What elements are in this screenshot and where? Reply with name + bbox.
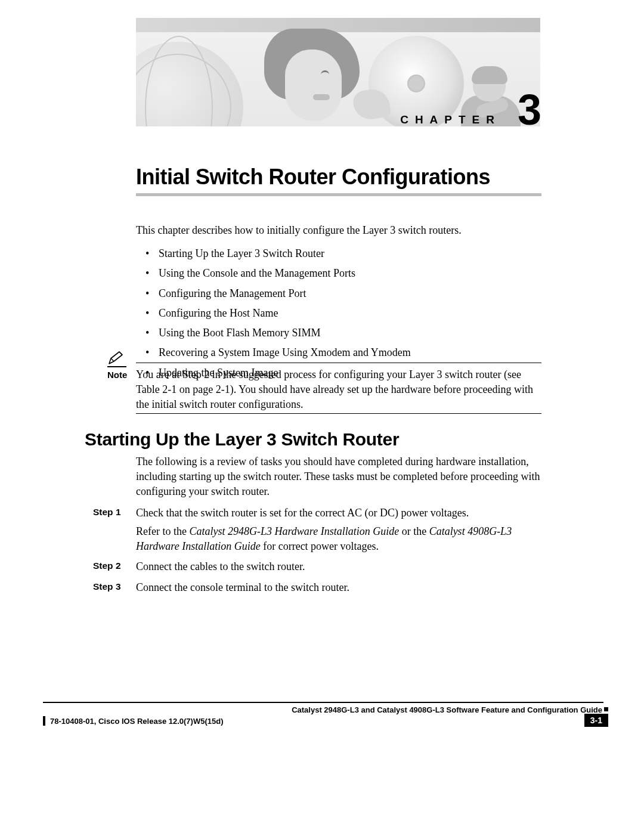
footer-rule [43, 702, 603, 703]
step-label: Step 3 [93, 580, 136, 595]
chapter-number: 3 [518, 88, 541, 131]
note-rule-top [136, 363, 541, 363]
list-item: Configuring the Host Name [145, 306, 541, 320]
footer-page-number: 3-1 [584, 714, 608, 727]
globe-graphic [136, 42, 243, 126]
list-item: Using the Console and the Management Por… [145, 266, 541, 280]
footer-left-mark [43, 716, 45, 726]
note-text: You are at Step 2 in the suggested proce… [136, 367, 539, 411]
footer-guide-title: Catalyst 2948G-L3 and Catalyst 4908G-L3 … [292, 705, 602, 714]
step-sub-pre: Refer to the [136, 525, 189, 537]
step-body: Connect the cables to the switch router. [136, 559, 541, 574]
pencil-icon [107, 351, 125, 366]
page: CHAPTER 3 Initial Switch Router Configur… [0, 0, 644, 833]
note-label: Note [107, 370, 127, 380]
step-row: Step 3 Connect the console terminal to t… [93, 580, 541, 595]
steps-list: Step 1 Check that the switch router is s… [93, 506, 541, 595]
step-body: Connect the console terminal to the swit… [136, 580, 541, 595]
section-heading: Starting Up the Layer 3 Switch Router [85, 429, 399, 450]
face-graphic [264, 29, 360, 126]
list-item: Starting Up the Layer 3 Switch Router [145, 246, 541, 261]
step-sub-mid: or the [399, 525, 429, 537]
chapter-intro-text: This chapter describes how to initially … [136, 223, 541, 237]
list-item: Recovering a System Image Using Xmodem a… [145, 345, 541, 360]
step-text: Connect the cables to the switch router. [136, 561, 305, 572]
step-body: Check that the switch router is set for … [136, 506, 541, 553]
note-icon-underline [107, 366, 126, 367]
step-text: Check that the switch router is set for … [136, 507, 469, 519]
chapter-banner-image [136, 18, 540, 126]
step-sub-em: Catalyst 2948G-L3 Hardware Installation … [189, 525, 399, 537]
step-row: Step 2 Connect the cables to the switch … [93, 559, 541, 574]
page-footer: Catalyst 2948G-L3 and Catalyst 4908G-L3 … [43, 702, 544, 726]
step-subtext: Refer to the Catalyst 2948G-L3 Hardware … [136, 524, 541, 554]
step-text: Connect the console terminal to the swit… [136, 581, 349, 593]
step-label: Step 2 [93, 559, 136, 574]
step-row: Step 1 Check that the switch router is s… [93, 506, 541, 553]
list-item: Configuring the Management Port [145, 286, 541, 301]
note-rule-bottom [136, 413, 541, 414]
chapter-title: Initial Switch Router Configurations [136, 165, 490, 190]
chapter-label: CHAPTER [400, 113, 501, 126]
step-label: Step 1 [93, 506, 136, 553]
chapter-toc-list: Starting Up the Layer 3 Switch Router Us… [145, 241, 541, 380]
step-sub-post: for correct power voltages. [261, 540, 379, 552]
list-item: Using the Boot Flash Memory SIMM [145, 326, 541, 340]
section-intro-text: The following is a review of tasks you s… [136, 454, 541, 498]
footer-square-icon [604, 707, 608, 711]
title-rule [136, 193, 541, 196]
footer-release: 78-10408-01, Cisco IOS Release 12.0(7)W5… [50, 717, 223, 726]
